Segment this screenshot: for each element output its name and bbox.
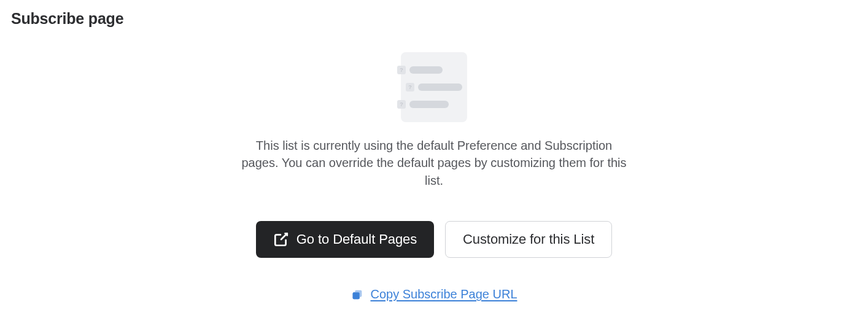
copy-icon <box>351 288 364 301</box>
button-label: Go to Default Pages <box>296 231 417 247</box>
copy-subscribe-page-url-link[interactable]: Copy Subscribe Page URL <box>351 287 517 301</box>
description-text: This list is currently using the default… <box>238 137 630 189</box>
illustration-bar <box>409 66 443 74</box>
content-area: ? ? ? This list is currently using the d… <box>11 52 857 301</box>
page-title: Subscribe page <box>11 10 857 28</box>
empty-state-illustration: ? ? ? <box>401 52 467 122</box>
illustration-bar <box>409 101 449 108</box>
copy-link-label: Copy Subscribe Page URL <box>370 287 517 301</box>
external-link-icon <box>273 231 289 247</box>
question-icon: ? <box>397 100 406 109</box>
illustration-bar <box>418 83 462 91</box>
illustration-row: ? <box>397 66 443 74</box>
svg-rect-2 <box>353 292 360 299</box>
button-row: Go to Default Pages Customize for this L… <box>256 221 612 258</box>
question-icon: ? <box>397 66 406 74</box>
illustration-row: ? <box>397 100 449 109</box>
button-label: Customize for this List <box>463 231 594 247</box>
go-to-default-pages-button[interactable]: Go to Default Pages <box>256 221 434 258</box>
customize-for-this-list-button[interactable]: Customize for this List <box>445 221 612 258</box>
illustration-row: ? <box>406 83 462 91</box>
question-icon: ? <box>406 83 414 91</box>
